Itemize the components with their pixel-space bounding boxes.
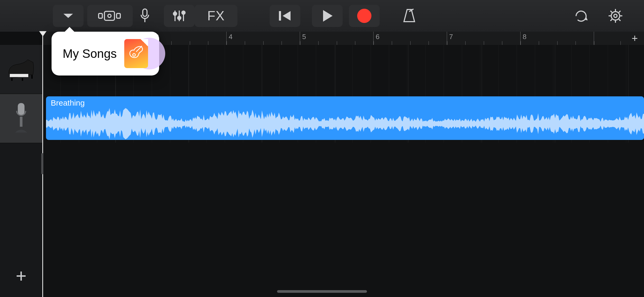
menu-popover: My Songs [52, 32, 159, 76]
play-icon [321, 9, 334, 23]
svg-point-5 [173, 12, 177, 15]
loop-button[interactable] [566, 5, 596, 27]
mixer-button[interactable] [164, 5, 195, 27]
loop-icon [573, 8, 589, 23]
record-button[interactable] [349, 5, 380, 27]
fx-button[interactable]: FX [195, 5, 237, 27]
svg-point-7 [182, 11, 185, 14]
track-header-piano[interactable] [0, 45, 42, 94]
menu-dropdown-button[interactable] [53, 5, 84, 27]
svg-point-10 [614, 14, 617, 17]
audio-region[interactable]: Breathing [46, 96, 644, 140]
add-section-button[interactable]: + [628, 32, 641, 45]
track-header-mic[interactable] [0, 94, 42, 143]
view-switch-icon [98, 10, 122, 22]
record-icon [357, 9, 371, 23]
guitar-icon [128, 44, 144, 63]
track-lane-2[interactable]: Breathing [42, 94, 644, 143]
svg-point-6 [178, 16, 181, 20]
home-indicator [277, 290, 367, 293]
settings-button[interactable] [600, 5, 631, 27]
metronome-button[interactable] [394, 5, 425, 27]
add-track-button[interactable]: + [0, 255, 42, 297]
svg-rect-0 [99, 13, 102, 18]
track-area: Breathing + [0, 45, 644, 297]
waveform [46, 107, 644, 140]
my-songs-button[interactable]: My Songs [63, 46, 117, 61]
go-to-start-icon [278, 10, 292, 22]
condenser-mic-icon [12, 101, 30, 136]
svg-rect-1 [104, 11, 114, 20]
track-lanes[interactable]: Breathing [42, 45, 644, 297]
view-switch-button[interactable] [87, 5, 133, 27]
toolbar: FX [0, 0, 644, 32]
mic-input-button[interactable] [130, 5, 160, 27]
microphone-icon [139, 8, 151, 24]
audio-region-title: Breathing [51, 98, 85, 107]
fx-label: FX [207, 8, 225, 23]
metronome-icon [402, 8, 417, 24]
svg-rect-4 [143, 9, 147, 16]
svg-rect-11 [10, 74, 28, 77]
sliders-icon [172, 8, 187, 23]
svg-point-2 [108, 14, 111, 17]
garageband-document-icon[interactable] [124, 39, 148, 68]
svg-rect-8 [279, 11, 281, 21]
svg-rect-13 [20, 117, 22, 127]
svg-rect-12 [18, 103, 25, 115]
chevron-down-icon [62, 12, 74, 20]
svg-point-9 [611, 12, 620, 20]
svg-point-14 [133, 54, 135, 56]
play-button[interactable] [312, 5, 343, 27]
rewind-button[interactable] [270, 5, 300, 27]
piano-icon [7, 58, 36, 81]
vertical-scrollbar[interactable] [41, 153, 43, 174]
svg-rect-3 [117, 13, 120, 18]
gear-icon [608, 8, 623, 24]
